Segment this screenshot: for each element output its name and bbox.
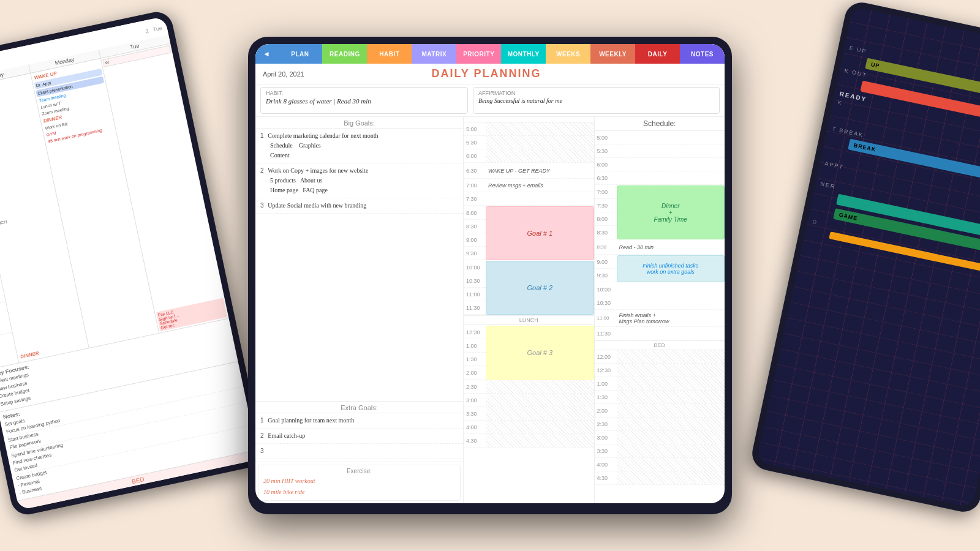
- exercise-section: Exercise: 20 min HIIT workout 10 mile bi…: [258, 465, 461, 501]
- exercise-label: Exercise:: [263, 468, 455, 474]
- rts-430: 4:30: [595, 471, 725, 485]
- rts-1200: 12:00: [595, 350, 725, 364]
- left-tablet-dates: 2 Tue: [145, 24, 163, 34]
- schedule-right-header: Schedule:: [595, 117, 725, 131]
- ts-730: 7:30: [464, 192, 594, 206]
- rts-finish: 11:00 Finish emails +Msgs Plan tomorrow: [595, 310, 725, 327]
- ts-430: 4:30: [464, 434, 594, 448]
- goal1-block-wrap: 8:00 8:30 9:00 9:30 Goal # 1: [464, 206, 594, 260]
- rts-100: 1:00: [595, 377, 725, 391]
- ts-600: 6:00: [464, 149, 594, 163]
- dinner-block: Dinner+Family Time: [617, 186, 725, 239]
- goal2-block-wrap: 10:00 10:30 11:00 11:30 Goal # 2: [464, 261, 594, 315]
- center-tablet: ◄ PLAN READING HABIT MATRIX PRIORITY MON…: [248, 37, 732, 514]
- tab-matrix[interactable]: MATRIX: [412, 44, 456, 64]
- big-goal-2: 2 Work on Copy + images for new website …: [255, 163, 463, 198]
- bed-label: BED: [595, 340, 725, 350]
- rts-630: 6:30: [595, 171, 725, 185]
- schedule-left: 5:00 5:30 6:00: [464, 117, 594, 503]
- big-goals-title: Big Goals:: [255, 117, 463, 129]
- rts-330: 3:30: [595, 444, 725, 458]
- rts-500: 5:00: [595, 131, 725, 144]
- tasks-block-wrap: 9:00 9:30 Finish unfinished taskswork on…: [595, 255, 725, 282]
- schedule-header: [464, 117, 594, 122]
- daily-date: April 20, 2021: [263, 70, 304, 78]
- daily-content: April 20, 2021 DAILY PLANNING Habit: Dri…: [255, 64, 725, 503]
- rts-400: 4:00: [595, 458, 725, 471]
- tab-priority[interactable]: PRIORITY: [456, 44, 501, 64]
- extra-goal-1: 1 Goal planning for team next month: [255, 413, 463, 429]
- affirmation-label: Affirmation: [478, 90, 714, 96]
- ts-400: 4:00: [464, 421, 594, 434]
- rts-1230: 12:30: [595, 364, 725, 377]
- wake-event: WAKE UP - GET READY: [488, 168, 592, 174]
- ts-500: 5:00: [464, 122, 594, 136]
- schedule-right: Schedule: 5:00 5:30 6:00: [594, 117, 725, 503]
- rts-300: 3:00: [595, 431, 725, 444]
- right-tablet: E UP UP K OUT READY K T BREAK BREAK APPT…: [749, 0, 980, 515]
- big-goal-3: 3 Update Social media with new branding: [255, 198, 463, 214]
- affirmation-value: Being Successful is natural for me: [478, 97, 714, 104]
- exercise-1: 20 min HIIT workout: [263, 476, 455, 487]
- goal3-block-wrap: 12:30 1:00 1:30 2:00 Goal # 3: [464, 326, 594, 380]
- extra-goals-section: Extra Goals: 1 Goal planning for team ne…: [255, 402, 463, 462]
- extra-goal-2: 2 Email catch-up: [255, 429, 463, 444]
- tab-monthly[interactable]: MONTHLY: [501, 44, 546, 64]
- nav-tabs: ◄ PLAN READING HABIT MATRIX PRIORITY MON…: [255, 44, 725, 64]
- dinner-block-wrap: 7:00 7:30 8:00 8:30 Dinner+Family Time: [595, 186, 725, 239]
- nav-logo[interactable]: ◄: [255, 44, 277, 64]
- rts-530: 5:30: [595, 144, 725, 158]
- tab-weeks[interactable]: WEEKS: [546, 44, 590, 64]
- goal2-block: Goal # 2: [486, 261, 594, 315]
- exercise-2: 10 mile bike ride: [263, 487, 455, 498]
- habit-affirmation-row: Habit: Drink 8 glasses of water | Read 3…: [255, 84, 725, 117]
- ts-230: 2:30: [464, 380, 594, 394]
- left-tablet: WEEKLY 2 Tue Hours Sunday Monday Tue 700…: [0, 9, 266, 518]
- ts-300: 3:00: [464, 394, 594, 407]
- ts-330: 3:30: [464, 407, 594, 421]
- habit-box: Habit: Drink 8 glasses of water | Read 3…: [260, 87, 468, 114]
- rts-1000: 10:00: [595, 283, 725, 296]
- lunch-label: LUNCH: [464, 315, 594, 325]
- rts-read: 8:30 Read - 30 min: [595, 240, 725, 255]
- tasks-block: Finish unfinished taskswork on extra goa…: [617, 255, 725, 282]
- habit-value: Drink 8 glasses of water | Read 30 min: [266, 97, 462, 105]
- tab-notes[interactable]: NOTES: [680, 44, 725, 64]
- rts-230: 2:30: [595, 418, 725, 431]
- rts-200: 2:00: [595, 404, 725, 418]
- right-items: E UP UP K OUT READY K T BREAK BREAK APPT…: [805, 7, 980, 280]
- goal1-block: Goal # 1: [486, 206, 594, 260]
- ts-630: 6:30 WAKE UP - GET READY: [464, 163, 594, 179]
- rts-600: 6:00: [595, 158, 725, 171]
- ts-530: 5:30: [464, 136, 594, 149]
- tab-reading[interactable]: READING: [322, 44, 367, 64]
- rts-130: 1:30: [595, 391, 725, 404]
- left-column: Big Goals: 1 Complete marketing calendar…: [255, 117, 464, 503]
- right-column: 5:00 5:30 6:00: [464, 117, 725, 503]
- read-event: Read - 30 min: [619, 244, 654, 250]
- daily-title: DAILY PLANNING: [304, 67, 668, 80]
- tab-daily[interactable]: DAILY: [635, 44, 680, 64]
- big-goals-section: 1 Complete marketing calendar for next m…: [255, 129, 463, 402]
- extra-goal-3: 3: [255, 444, 463, 459]
- tab-plan[interactable]: PLAN: [277, 44, 322, 64]
- extra-goals-title: Extra Goals:: [255, 402, 463, 413]
- big-goal-1: 1 Complete marketing calendar for next m…: [255, 129, 463, 163]
- ts-700: 7:00 Review msgs + emails: [464, 179, 594, 192]
- daily-header: April 20, 2021 DAILY PLANNING: [255, 64, 725, 84]
- habit-label: Habit:: [266, 90, 462, 96]
- main-columns: Big Goals: 1 Complete marketing calendar…: [255, 117, 725, 503]
- rts-1030: 10:30: [595, 296, 725, 310]
- tab-weekly[interactable]: WEEKLY: [590, 44, 635, 64]
- affirmation-box: Affirmation Being Successful is natural …: [473, 87, 720, 114]
- rts-1130: 11:30: [595, 327, 725, 340]
- tab-habit[interactable]: HABIT: [367, 44, 412, 64]
- goal3-block: Goal # 3: [486, 326, 594, 380]
